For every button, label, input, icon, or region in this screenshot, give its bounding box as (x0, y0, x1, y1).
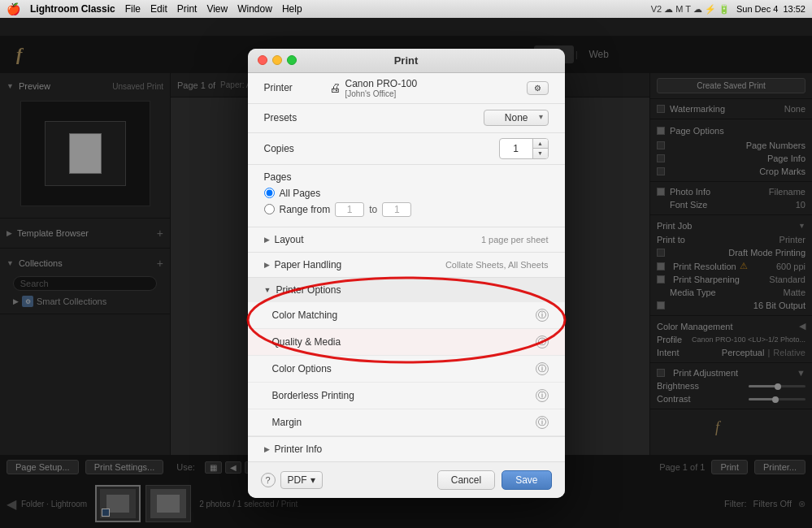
copies-value-container: ▲ ▼ (329, 138, 549, 159)
copies-decrement[interactable]: ▼ (533, 149, 548, 158)
help-button[interactable]: ? (261, 473, 276, 487)
printer-select-btn[interactable]: ⚙ (527, 81, 549, 95)
apple-menu[interactable]: 🍎 (7, 2, 20, 15)
copies-control: ▲ ▼ (499, 138, 549, 159)
color-matching-info[interactable]: ⓘ (536, 309, 549, 322)
layout-sub: 1 page per sheet (481, 235, 549, 245)
margin-label: Margin (272, 417, 536, 428)
range-to-input[interactable] (382, 202, 411, 217)
dialog-titlebar: Print (248, 49, 565, 73)
margin-row[interactable]: Margin ⓘ (248, 409, 565, 436)
menu-status-icons: V2 ☁ M T ☁ ⚡ 🔋 (651, 4, 730, 15)
color-options-info[interactable]: ⓘ (536, 362, 549, 375)
printer-select-label: ⚙ (534, 84, 541, 93)
copies-row: Copies ▲ ▼ (248, 133, 565, 165)
close-button[interactable] (258, 55, 267, 65)
quality-media-info[interactable]: ⓘ (536, 335, 549, 348)
printer-name-block: Canon PRO-100 [John's Office] (345, 78, 418, 98)
pages-label: Pages (264, 171, 549, 183)
traffic-lights (258, 55, 297, 65)
footer-left: ? PDF ▾ (261, 471, 323, 489)
printer-value: 🖨 Canon PRO-100 [John's Office] ⚙ (329, 78, 549, 98)
menu-datetime: Sun Dec 4 13:52 (736, 4, 805, 14)
dialog-overlay: Print Printer 🖨 Canon PRO-100 [John's Of… (0, 18, 812, 528)
printer-icon: 🖨 (329, 81, 341, 94)
maximize-button[interactable] (287, 55, 297, 65)
printer-info-arrow: ▶ (264, 445, 270, 453)
menu-file[interactable]: File (125, 3, 141, 15)
menu-edit[interactable]: Edit (150, 3, 167, 15)
paper-handling-header[interactable]: ▶ Paper Handling Collate Sheets, All She… (248, 253, 565, 277)
color-options-row[interactable]: Color Options ⓘ (248, 356, 565, 383)
app-name: Lightroom Classic (30, 3, 115, 15)
color-options-label: Color Options (272, 363, 536, 374)
borderless-info[interactable]: ⓘ (536, 389, 549, 402)
menu-help[interactable]: Help (282, 3, 302, 15)
printer-info-label: Printer Info (275, 444, 323, 455)
quality-media-row[interactable]: Quality & Media ⓘ (248, 329, 565, 356)
presets-row: Presets None (248, 104, 565, 133)
printer-options-header[interactable]: ▼ Printer Options (248, 278, 565, 302)
quality-media-label: Quality & Media (272, 336, 536, 348)
paper-handling-arrow: ▶ (264, 261, 270, 269)
paper-handling-sub: Collate Sheets, All Sheets (445, 260, 549, 270)
pages-section: Pages All Pages Range from to (248, 165, 565, 227)
borderless-row[interactable]: Borderless Printing ⓘ (248, 383, 565, 409)
presets-value-container: None (329, 110, 549, 126)
range-from-input[interactable] (335, 202, 364, 217)
range-radio[interactable] (264, 204, 275, 214)
print-dialog: Print Printer 🖨 Canon PRO-100 [John's Of… (248, 49, 565, 498)
printer-options-arrow: ▼ (264, 286, 271, 294)
margin-info[interactable]: ⓘ (536, 416, 549, 429)
menubar: 🍎 Lightroom Classic File Edit Print View… (0, 0, 812, 18)
pdf-button[interactable]: PDF ▾ (280, 471, 323, 489)
printer-label: Printer (264, 82, 329, 93)
menu-window[interactable]: Window (237, 3, 272, 15)
dialog-footer: ? PDF ▾ Cancel Save (248, 461, 565, 498)
presets-label: Presets (264, 112, 329, 123)
printer-info: 🖨 Canon PRO-100 [John's Office] (329, 78, 418, 98)
pdf-arrow: ▾ (310, 474, 315, 486)
menu-print[interactable]: Print (177, 3, 198, 15)
range-row: Range from to (264, 202, 549, 217)
printer-info-section[interactable]: ▶ Printer Info (248, 437, 565, 461)
minimize-button[interactable] (272, 55, 282, 65)
copies-label: Copies (264, 143, 329, 154)
printer-name: Canon PRO-100 (345, 78, 418, 89)
copies-increment[interactable]: ▲ (533, 139, 548, 149)
presets-dropdown[interactable]: None (484, 110, 549, 126)
color-matching-row[interactable]: Color Matching ⓘ (248, 302, 565, 329)
paper-handling-label: Paper Handling (275, 259, 342, 270)
printer-options-label: Printer Options (276, 284, 341, 296)
save-button[interactable]: Save (502, 470, 551, 490)
layout-label: Layout (275, 234, 304, 245)
layout-section: ▶ Layout 1 page per sheet (248, 227, 565, 253)
menu-view[interactable]: View (206, 3, 228, 15)
color-matching-label: Color Matching (272, 309, 536, 321)
dialog-title: Print (394, 54, 419, 67)
range-to-label: to (369, 204, 377, 215)
copies-stepper: ▲ ▼ (532, 139, 548, 158)
layout-arrow: ▶ (264, 236, 270, 244)
all-pages-radio[interactable] (264, 188, 275, 198)
borderless-label: Borderless Printing (272, 390, 536, 401)
copies-input[interactable] (500, 141, 532, 156)
dialog-body: Printer 🖨 Canon PRO-100 [John's Office] … (248, 73, 565, 461)
all-pages-label: All Pages (280, 188, 321, 199)
all-pages-row: All Pages (264, 188, 549, 199)
paper-handling-section: ▶ Paper Handling Collate Sheets, All She… (248, 253, 565, 278)
printer-sub: [John's Office] (345, 89, 418, 98)
range-from-label: Range from (280, 204, 331, 215)
pdf-label: PDF (288, 474, 307, 486)
layout-header[interactable]: ▶ Layout 1 page per sheet (248, 227, 565, 252)
printer-row: Printer 🖨 Canon PRO-100 [John's Office] … (248, 73, 565, 104)
cancel-button[interactable]: Cancel (437, 470, 495, 490)
printer-options-section: ▼ Printer Options Color Matching ⓘ Quali… (248, 278, 565, 437)
